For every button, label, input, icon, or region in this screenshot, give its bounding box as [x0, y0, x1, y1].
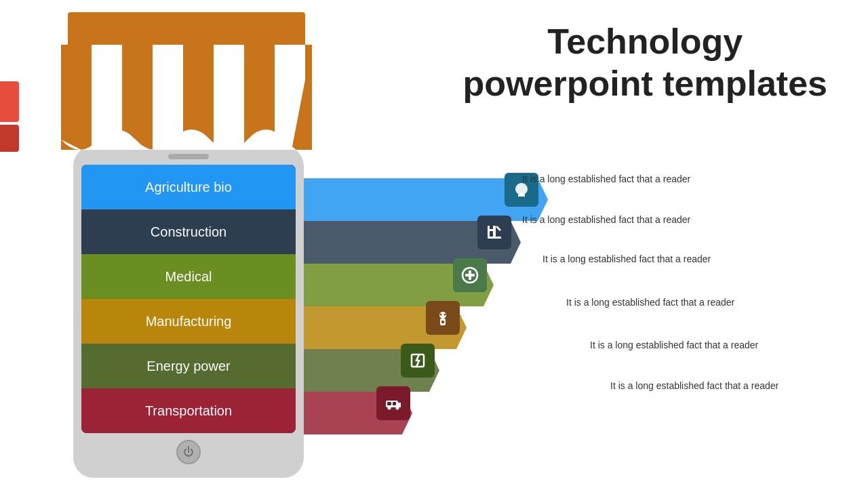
svg-point-20 — [444, 314, 446, 316]
desc-energy: It is a long established fact that a rea… — [590, 339, 758, 352]
desc-transportation: It is a long established fact that a rea… — [610, 380, 778, 393]
menu-item-construction[interactable]: Construction — [81, 209, 296, 254]
menu-item-energy[interactable]: Energy power — [81, 344, 296, 388]
phone-power-button[interactable] — [176, 440, 201, 464]
icon-medical — [453, 258, 487, 292]
desc-manufacturing: It is a long established fact that a rea… — [566, 296, 734, 310]
svg-rect-2 — [61, 45, 92, 150]
menu-item-transportation[interactable]: Transportation — [81, 388, 296, 433]
menu-item-medical[interactable]: Medical — [81, 254, 296, 299]
phone-screen: Agriculture bio Construction Medical Man… — [81, 165, 296, 433]
menu-item-agriculture[interactable]: Agriculture bio — [81, 165, 296, 209]
svg-rect-16 — [465, 274, 475, 277]
left-decoration — [0, 81, 19, 152]
svg-rect-9 — [518, 195, 525, 197]
title-area: Technology powerpoint templates — [463, 20, 827, 105]
phone-speaker — [168, 154, 209, 159]
menu-item-manufacturing[interactable]: Manufacturing — [81, 299, 296, 344]
phone: Agriculture bio Construction Medical Man… — [73, 146, 304, 478]
svg-rect-10 — [488, 237, 501, 239]
svg-rect-6 — [305, 45, 312, 150]
icon-transportation — [376, 386, 410, 420]
desc-agriculture: It is a long established fact that a rea… — [522, 173, 690, 186]
svg-rect-13 — [488, 229, 495, 231]
svg-rect-21 — [441, 321, 444, 323]
icon-construction — [477, 216, 511, 249]
page-title: Technology powerpoint templates — [463, 20, 827, 105]
icon-manufacturing — [426, 301, 460, 335]
svg-rect-26 — [387, 402, 391, 405]
svg-point-25 — [396, 407, 399, 410]
desc-construction: It is a long established fact that a rea… — [522, 214, 690, 227]
awning — [61, 12, 312, 150]
svg-point-24 — [388, 407, 391, 410]
svg-point-19 — [440, 314, 442, 316]
desc-medical: It is a long established fact that a rea… — [542, 253, 711, 266]
svg-rect-27 — [393, 402, 396, 405]
icon-energy — [401, 344, 435, 378]
